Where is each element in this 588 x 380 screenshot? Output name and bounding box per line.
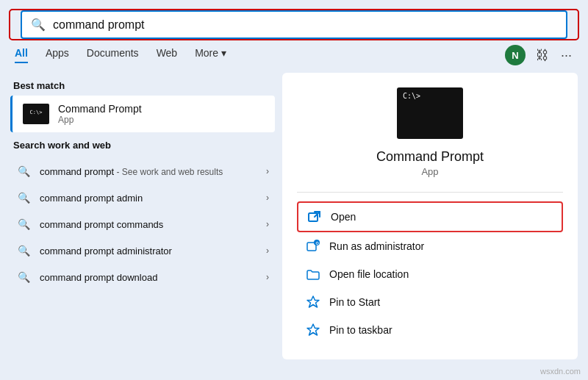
search-result-icon: 🔍 [16, 245, 31, 257]
file-location-action[interactable]: Open file location [297, 260, 563, 288]
right-panel: Command Prompt App Open [282, 73, 578, 359]
list-item[interactable]: 🔍 command prompt download › [10, 264, 275, 290]
pin-start-icon [306, 295, 320, 309]
search-work-web-title: Search work and web [10, 140, 275, 151]
tab-all[interactable]: All [15, 47, 28, 63]
search-result-icon: 🔍 [16, 192, 31, 204]
pin-taskbar-action[interactable]: Pin to taskbar [297, 316, 563, 344]
result-arrow: › [266, 219, 269, 229]
list-item[interactable]: 🔍 command prompt administrator › [10, 237, 275, 264]
open-icon [307, 209, 322, 224]
app-type: App [421, 166, 438, 177]
tabs-left: All Apps Documents Web More ▾ [15, 47, 226, 63]
app-preview-icon [397, 87, 463, 139]
chevron-down-icon: ▾ [221, 47, 226, 59]
share-icon[interactable]: ⛓ [534, 46, 551, 65]
result-arrow: › [266, 272, 269, 282]
list-item[interactable]: 🔍 command prompt commands › [10, 211, 275, 237]
admin-icon: ⚙ [306, 239, 320, 254]
result-arrow: › [266, 245, 269, 256]
divider [297, 192, 563, 193]
search-result-icon: 🔍 [16, 271, 31, 283]
search-result-icon: 🔍 [16, 165, 31, 177]
result-text: command prompt administrator [40, 245, 257, 257]
search-input[interactable] [53, 18, 557, 32]
watermark: wsxdn.com [540, 367, 581, 376]
pin-start-action[interactable]: Pin to Start [297, 288, 563, 316]
file-location-label: Open file location [329, 268, 409, 280]
pin-start-label: Pin to Start [329, 296, 380, 308]
list-item[interactable]: 🔍 command prompt admin › [10, 184, 275, 211]
tab-bar: All Apps Documents Web More ▾ N ⛓ ··· [0, 39, 588, 65]
app-name: Command Prompt [376, 149, 484, 165]
search-results-list: 🔍 command prompt - See work and web resu… [10, 158, 275, 290]
open-action[interactable]: Open [297, 201, 563, 232]
best-match-name: Command Prompt [58, 103, 142, 115]
result-text: command prompt admin [40, 193, 257, 204]
main-content: Best match Command Prompt App Search wor… [10, 73, 578, 359]
tab-more[interactable]: More ▾ [195, 47, 226, 63]
result-text: command prompt download [40, 272, 257, 283]
run-admin-label: Run as administrator [329, 240, 424, 252]
best-match-type: App [58, 115, 142, 125]
folder-icon [306, 267, 320, 282]
pin-taskbar-icon [306, 323, 320, 337]
cmd-icon-large [23, 104, 49, 124]
best-match-text: Command Prompt App [58, 103, 142, 125]
more-options-icon[interactable]: ··· [559, 46, 573, 65]
result-text: command prompt commands [40, 219, 257, 230]
tab-web[interactable]: Web [157, 47, 178, 63]
result-text: command prompt - See work and web result… [40, 166, 257, 177]
tabs-right: N ⛓ ··· [505, 45, 573, 65]
tab-apps[interactable]: Apps [46, 47, 69, 63]
result-arrow: › [266, 193, 269, 203]
svg-text:⚙: ⚙ [315, 241, 319, 245]
search-bar-wrapper: 🔍 [10, 10, 578, 39]
tab-documents[interactable]: Documents [87, 47, 139, 63]
search-result-icon: 🔍 [16, 218, 31, 230]
result-arrow: › [266, 166, 269, 176]
best-match-title: Best match [10, 80, 275, 91]
avatar[interactable]: N [505, 45, 526, 65]
list-item[interactable]: 🔍 command prompt - See work and web resu… [10, 158, 275, 184]
run-admin-action[interactable]: ⚙ Run as administrator [297, 232, 563, 260]
left-panel: Best match Command Prompt App Search wor… [10, 73, 275, 359]
action-list: Open ⚙ Run as administrator [297, 201, 563, 344]
best-match-item[interactable]: Command Prompt App [10, 96, 275, 132]
open-label: Open [331, 211, 356, 223]
search-icon: 🔍 [31, 18, 46, 32]
pin-taskbar-label: Pin to taskbar [329, 324, 392, 336]
search-bar[interactable]: 🔍 [21, 10, 567, 39]
